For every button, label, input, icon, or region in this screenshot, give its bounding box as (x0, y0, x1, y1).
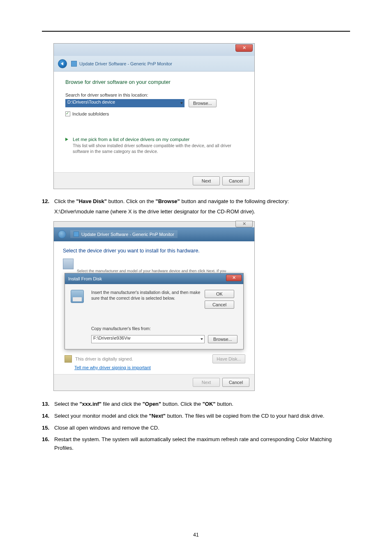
install-from-disk-body: Insert the manufacturer's installation d… (65, 284, 243, 349)
step-text: Click the "Have Disk" button. Click on t… (54, 197, 350, 206)
partial-hint-text: Select the manufacturer and model of you… (77, 268, 245, 273)
update-driver-dialog-install-from-disk: ✕ Update Driver Software - Generic PnP M… (53, 221, 255, 391)
dialog-title-text: Update Driver Software - Generic PnP Mon… (81, 232, 174, 237)
back-button[interactable] (58, 59, 67, 68)
back-button[interactable] (58, 230, 66, 238)
dialog-title: Update Driver Software - Generic PnP Mon… (71, 61, 172, 67)
next-button[interactable]: Next (193, 176, 220, 185)
dialog-footer: Next Cancel (54, 374, 254, 391)
sub-row (63, 259, 245, 269)
window-titlebar: ✕ (54, 222, 254, 227)
signed-text: This driver is digitally signed. (75, 356, 209, 361)
install-from-disk-dialog: Install From Disk ✕ Insert the manufactu… (65, 273, 244, 349)
device-icon (74, 231, 79, 237)
step-text: Select the "xxx.inf" file and click the … (54, 400, 350, 409)
disk-icon (63, 259, 74, 269)
step-number: 13. (42, 400, 54, 409)
pick-from-list-option[interactable]: Let me pick from a list of device driver… (65, 137, 243, 154)
path-row: D:\Drivers\Touch device Browse... (65, 99, 243, 107)
driver-signing-link[interactable]: Tell me why driver signing is important (74, 365, 245, 370)
install-instruction-text: Insert the manufacturer's installation d… (91, 290, 201, 301)
chevron-down-icon (201, 338, 203, 340)
dialog-title-text: Update Driver Software - Generic PnP Mon… (79, 61, 172, 66)
search-location-label: Search for driver software in this locat… (65, 92, 243, 97)
step-13: 13. Select the "xxx.inf" file and click … (42, 400, 350, 409)
copy-path-combobox[interactable]: F:\Drivers\e936Vw (91, 335, 205, 343)
horizontal-rule (42, 31, 350, 32)
section-heading: Browse for driver software on your compu… (65, 79, 243, 85)
install-buttons: OK Cancel (205, 290, 238, 309)
floppy-disk-icon (71, 290, 84, 303)
option-title: Let me pick from a list of device driver… (73, 137, 243, 142)
step-text: Select your monitor model and click the … (54, 412, 350, 421)
browse-button[interactable]: Browse... (208, 335, 238, 343)
dialog-title: Update Driver Software - Generic PnP Mon… (70, 230, 178, 238)
step-number: 15. (42, 424, 54, 432)
step-number: 16. (42, 435, 54, 453)
page-number: 41 (0, 532, 392, 538)
dialog-header-row: Update Driver Software - Generic PnP Mon… (54, 227, 254, 241)
copy-from-label: Copy manufacturer's files from: (91, 326, 201, 331)
close-button[interactable]: ✕ (235, 44, 253, 52)
step-12: 12. Click the "Have Disk" button. Click … (42, 197, 350, 206)
cancel-button[interactable]: Cancel (222, 176, 249, 185)
option-description: This list will show installed driver sof… (73, 143, 243, 154)
section-heading: Select the device driver you want to ins… (63, 248, 245, 254)
dialog-body: Select the device driver you want to ins… (54, 241, 254, 374)
close-button[interactable]: ✕ (226, 275, 242, 281)
have-disk-button[interactable]: Have Disk... (212, 354, 245, 363)
step-12-indent: X:\Driver\module name (where X is the dr… (54, 208, 350, 216)
next-button[interactable]: Next (193, 378, 220, 387)
certificate-icon (65, 355, 72, 363)
dialog-body: Browse for driver software on your compu… (54, 72, 254, 172)
include-subfolders-checkbox[interactable] (65, 111, 70, 116)
step-text: Restart the system. The system will auto… (54, 435, 350, 453)
step-text: Close all open windows and remove the CD… (54, 424, 350, 432)
install-from-disk-title-text: Install From Disk (68, 276, 102, 281)
device-icon (71, 61, 77, 67)
step-number: 14. (42, 412, 54, 421)
step-14: 14. Select your monitor model and click … (42, 412, 350, 421)
include-subfolders-row[interactable]: Include subfolders (65, 111, 243, 116)
include-subfolders-label: Include subfolders (72, 111, 109, 116)
signed-row: This driver is digitally signed. Have Di… (63, 354, 245, 363)
cancel-button[interactable]: Cancel (205, 301, 234, 309)
chevron-down-icon (180, 102, 183, 104)
path-combobox[interactable]: D:\Drivers\Touch device (65, 99, 184, 107)
step-15: 15. Close all open windows and remove th… (42, 424, 350, 432)
copy-input-row: F:\Drivers\e936Vw Browse... (91, 335, 238, 343)
cancel-button[interactable]: Cancel (222, 378, 249, 387)
dialog-footer: Next Cancel (54, 172, 254, 189)
update-driver-dialog-browse: ✕ Update Driver Software - Generic PnP M… (53, 43, 255, 189)
ok-button[interactable]: OK (205, 290, 234, 298)
step-number: 12. (42, 197, 54, 206)
browse-button[interactable]: Browse... (189, 99, 217, 107)
arrow-right-icon (65, 138, 68, 141)
close-button[interactable]: ✕ (235, 221, 253, 227)
install-from-disk-titlebar: Install From Disk ✕ (65, 273, 243, 284)
dialog-header-row: Update Driver Software - Generic PnP Mon… (54, 56, 254, 72)
window-titlebar: ✕ (54, 44, 254, 56)
step-16: 16. Restart the system. The system will … (42, 435, 350, 453)
